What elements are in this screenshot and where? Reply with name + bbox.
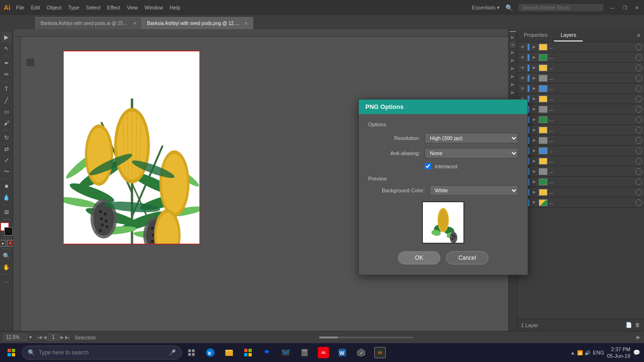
scale-tool[interactable]: ⤢ [1,155,12,165]
menu-effect[interactable]: Effect [107,5,120,10]
layer-expand-7[interactable]: ▶ [531,107,537,112]
cancel-button[interactable]: Cancel [446,251,488,264]
task-view-button[interactable] [183,344,200,361]
layer-row[interactable]: 👁 ▶ ... [517,73,644,83]
menu-object[interactable]: Object [47,5,62,10]
panel-toggle-3[interactable]: ▶ [510,57,516,64]
menu-file[interactable]: File [16,5,25,10]
ok-button[interactable]: OK [398,251,440,264]
antivirus-icon[interactable]: ✓ [353,344,370,361]
edge-browser-icon[interactable]: e [202,344,219,361]
layer-row[interactable]: 👁 ▶ ... [517,197,644,208]
layer-row[interactable]: 👁 ▶ ... [517,177,644,187]
first-page-btn[interactable]: |◀ [37,335,42,340]
clock[interactable]: 2:37 PM 05-Jun-19 [607,346,630,360]
layer-visibility-1[interactable]: 👁 [519,44,526,50]
zoom-dropdown[interactable]: ▾ [29,334,32,340]
panel-toggle-7[interactable]: ▶ [510,89,516,96]
layer-visibility-2[interactable]: 👁 [519,54,526,61]
layer-visibility-5[interactable]: 👁 [519,85,526,92]
resolution-select[interactable]: Screen (72 ppi) Medium (150 ppi) High (3… [425,133,518,143]
layer-expand-2[interactable]: ▶ [531,55,537,60]
layer-expand-3[interactable]: ▶ [531,65,537,71]
network-icon[interactable]: 📶 [577,350,583,355]
prev-page-btn[interactable]: ◀ [43,335,47,340]
layer-row[interactable]: 👁 ▶ ... [517,83,644,94]
menu-edit[interactable]: Edit [31,5,40,10]
layer-expand-16[interactable]: ▶ [531,200,537,206]
layer-expand-8[interactable]: ▶ [531,117,537,123]
panel-toggle-1[interactable]: ▶ [510,34,516,41]
gradient-tool[interactable]: ■ [1,181,12,191]
tab-png-close[interactable]: ✕ [244,21,248,26]
type-tool[interactable]: T [1,84,12,94]
layer-visibility-3[interactable]: 👁 [519,65,526,71]
anti-aliasing-select[interactable]: None Art Optimized Type Optimized [425,148,518,158]
mail-icon[interactable] [277,344,294,361]
store-icon[interactable] [239,344,256,361]
layer-row[interactable]: 👁 ▶ ... [517,187,644,197]
last-page-btn[interactable]: ▶| [65,335,70,340]
zoom-input[interactable] [4,334,27,341]
page-input[interactable] [48,334,59,341]
word-icon[interactable]: W [334,344,351,361]
new-layer-button[interactable]: 📄 [626,322,632,328]
warp-tool[interactable]: 〜 [1,166,12,177]
calculator-icon[interactable] [296,344,313,361]
ai-illustrator-icon[interactable]: Ai [372,344,388,361]
interlaced-checkbox[interactable] [425,163,431,169]
explorer-icon[interactable] [221,344,238,361]
scroll-track[interactable] [100,337,632,338]
background-swatch[interactable] [4,227,13,236]
menu-type[interactable]: Type [68,5,80,10]
normal-mode[interactable]: ■ [0,240,6,247]
panel-eye-1[interactable] [510,42,516,48]
essentials-dropdown[interactable]: Essentials ▾ [472,5,500,11]
panel-options-menu[interactable]: ≡ [633,29,644,41]
layer-expand-11[interactable]: ▶ [531,148,537,154]
zoom-tool[interactable]: 🔍 [1,251,12,261]
close-button[interactable]: ✕ [634,4,640,11]
dropbox-icon[interactable] [258,344,275,361]
layer-row[interactable]: 👁 ▶ ... [517,115,644,125]
layer-row[interactable]: 👁 ▶ ... [517,63,644,73]
panel-toggle-5[interactable]: ▶ [510,73,516,80]
background-color-select[interactable]: White Black Transparent [429,185,518,196]
rect-tool[interactable]: ▭ [1,107,12,117]
eyedropper-tool[interactable]: 💧 [1,192,12,203]
layer-expand-5[interactable]: ▶ [531,86,537,91]
layer-row[interactable]: 👁 ▶ ... [517,125,644,135]
pencil-tool[interactable]: ✏ [1,69,12,80]
status-arrow-right[interactable]: ▶ [636,334,640,340]
menu-view[interactable]: View [127,5,138,10]
layer-expand-12[interactable]: ▶ [531,158,537,164]
start-button[interactable] [2,344,21,361]
notification-icon[interactable]: 💬 [633,349,640,356]
adobe-firefly-icon[interactable]: Ai [315,344,332,361]
next-page-btn[interactable]: ▶ [60,335,64,340]
inside-mode[interactable]: ✕ [7,240,14,247]
layer-row[interactable]: 👁 ▶ ... [517,146,644,156]
layer-row[interactable]: 👁 ▶ ... [517,135,644,146]
tab-ai-close[interactable]: ✕ [133,21,137,26]
volume-icon[interactable]: 🔊 [585,350,590,355]
layer-expand-14[interactable]: ▶ [531,179,537,185]
layer-expand-15[interactable]: ▶ [531,189,537,195]
layer-expand-4[interactable]: ▶ [531,75,537,81]
layer-row[interactable]: 👁 ▶ ... [517,42,644,52]
panel-toggle-6[interactable]: ▶ [510,81,516,88]
artboard-tool[interactable]: ⊞ [1,207,12,217]
rotate-tool[interactable]: ↻ [1,132,12,143]
tab-png-file[interactable]: Banksia Ashbyi with seed pods.png @ 12.5… [142,17,253,29]
menu-help[interactable]: Help [170,5,181,10]
layer-visibility-4[interactable]: 👁 [519,75,526,82]
scroll-thumb[interactable] [319,337,338,338]
menu-window[interactable]: Window [145,5,163,10]
language-indicator[interactable]: ENG [593,350,604,355]
layer-expand-6[interactable]: ▶ [531,96,537,102]
layer-expand-10[interactable]: ▶ [531,138,537,143]
layer-row[interactable]: 👁 ▶ ... [517,52,644,63]
png-options-dialog[interactable]: PNG Options Options Resolution: Screen (… [358,99,528,275]
reflect-tool[interactable]: ⇄ [1,144,12,154]
tab-layers[interactable]: Layers [554,29,583,41]
